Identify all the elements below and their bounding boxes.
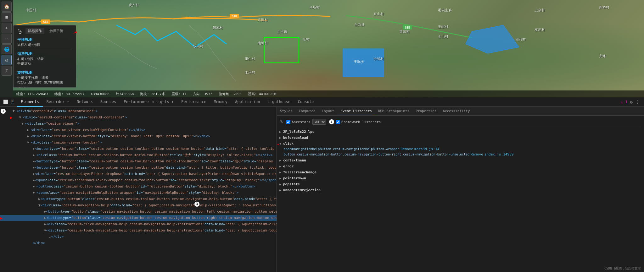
event-group-header[interactable]: ▶ beforeunload: [279, 135, 641, 140]
help-btn[interactable]: ?: [2, 66, 12, 76]
click-arrow: →: [277, 141, 279, 146]
divider1: [17, 49, 72, 49]
layers-btn[interactable]: ⊞: [2, 12, 12, 22]
map-label: 阔地村: [213, 25, 223, 30]
zoom-out-btn[interactable]: −: [2, 34, 12, 44]
refresh-btn[interactable]: ↻: [279, 119, 284, 125]
dom-line[interactable]: ▼ <div class="cesium-viewer-toolbar" >: [0, 139, 277, 146]
event-source-2: button.cesium-navigation-button.cesium-n…: [284, 152, 641, 157]
tab-styles[interactable]: Styles: [277, 107, 296, 116]
dom-line[interactable]: ▶ <button type="button" class="cesium-na…: [0, 209, 277, 215]
event-group-click: → ▼ click span#navigationHelpButton.cesi…: [279, 141, 641, 157]
event-group-header[interactable]: ▶ pointerdown: [279, 176, 641, 181]
touch-tab[interactable]: 触摸手势: [47, 28, 66, 34]
tab-event-listeners[interactable]: Event Listeners: [337, 107, 375, 116]
event-group-header[interactable]: ▶ popstate: [279, 182, 641, 187]
dom-line[interactable]: ▼ <span class="cesium-navigationHelpButt…: [0, 190, 277, 196]
dom-line[interactable]: ▶ <div class="cesium-viewer-bottom" styl…: [0, 133, 277, 139]
dom-line[interactable]: </div>: [0, 240, 277, 246]
dom-line[interactable]: ▼ <div class="cesium-touch-navigation-he…: [0, 227, 277, 234]
dom-line[interactable]: ▶ <button type="button" class="cesium-bu…: [0, 165, 277, 171]
tab-lighthouse[interactable]: Lighthouse: [264, 97, 294, 107]
tab-performance[interactable]: Performance: [177, 97, 210, 107]
ancestors-checkbox[interactable]: Ancestors: [286, 120, 311, 124]
dom-line[interactable]: ▶ <div class="cesium-viewer-cesiumWidget…: [0, 127, 277, 133]
tooltip-panel: 🖱 鼠标操作 触摸手势 平移视图 鼠标左键+拖拽 缩放视图 右键+拖拽，或者 中…: [13, 25, 76, 88]
tab-recorder[interactable]: Recorder ↑: [43, 97, 73, 107]
event-group-header[interactable]: ▶ error: [279, 164, 641, 169]
tab-console[interactable]: Console: [294, 97, 318, 107]
settings-icon[interactable]: ⚙: [630, 100, 633, 105]
zoom-desc: 右键+拖拽，或者: [17, 57, 72, 61]
tab-sources[interactable]: Sources: [97, 97, 120, 107]
dom-line[interactable]: ▶ <div class="cesium-baseLayerPicker-dro…: [0, 171, 277, 177]
dom-line[interactable]: ▶ <span class="cesium-sceneModePicker-wr…: [0, 177, 277, 183]
map-background: [0, 0, 644, 97]
file-link-1[interactable]: mars3d.js:14: [414, 147, 439, 151]
warning-icon[interactable]: ⚠ 1: [621, 100, 628, 104]
map-label: 庄村: [303, 37, 310, 42]
dom-line[interactable]: ▼ <div id="centerDiv" class="mapcontaine…: [0, 108, 277, 114]
map-label: 永乐村: [245, 70, 255, 75]
event-group-header[interactable]: → ▼ click: [279, 141, 641, 146]
remove-link-2[interactable]: Remove: [471, 152, 483, 156]
mouse-tab[interactable]: 鼠标操作: [25, 28, 44, 34]
tab-properties[interactable]: Properties: [412, 107, 440, 116]
globe-btn[interactable]: 🌐: [2, 44, 12, 54]
view-height: 视高: 44160.0米: [248, 92, 277, 96]
main-container: S18 S18 G35 王眠乡 🏠 ⊞ +: [0, 0, 644, 272]
annotation-4: 4: [329, 119, 334, 124]
map-label: 王眠村: [438, 24, 448, 29]
tab-layout[interactable]: Layout: [319, 107, 338, 116]
dom-line[interactable]: ▶ <div class="cesium-click-navigation-he…: [0, 221, 277, 227]
dom-line[interactable]: … </div>: [0, 234, 277, 240]
map-label: 东圆村: [258, 18, 268, 22]
dom-line[interactable]: ▶ <button type="button" class="cesium-bu…: [0, 158, 277, 165]
dom-line-selected[interactable]: ▶ ▶ <button type="button" class="cesium-…: [0, 215, 277, 221]
tab-network[interactable]: Network: [73, 97, 97, 107]
tab-computed[interactable]: Computed: [296, 107, 319, 116]
dom-line[interactable]: ▶ <button type="button" class="cesium-bu…: [0, 196, 277, 202]
dom-panel[interactable]: 1 ▼ <div id="centerDiv" class="mapcontai…: [0, 107, 277, 272]
map-label: 马场村: [309, 5, 320, 10]
inspect-icon[interactable]: ⬜: [3, 100, 8, 104]
tab-dom-breakpoints[interactable]: DOM Breakpoints: [375, 107, 412, 116]
map-area[interactable]: S18 S18 G35 王眠乡 🏠 ⊞ +: [0, 0, 644, 97]
map-label: 双庙村: [535, 27, 545, 32]
remove-link-1[interactable]: Remove: [400, 147, 413, 151]
direction: 方向: 357°: [193, 92, 212, 96]
tab-memory[interactable]: Memory: [210, 97, 231, 107]
device-icon[interactable]: 📱: [10, 100, 15, 104]
tab-accessibility[interactable]: Accessibility: [440, 107, 473, 116]
more-icon[interactable]: ⋮: [635, 99, 640, 105]
dom-line[interactable]: ▼ <div class="cesium-viewer" >: [0, 121, 277, 127]
home-btn[interactable]: 🏠: [2, 2, 12, 12]
dom-line[interactable]: ▶ <div class="cesium-button cesium-toolb…: [0, 152, 277, 158]
tab-application[interactable]: Application: [231, 97, 264, 107]
level: 层级: 11: [171, 92, 187, 96]
filter-select[interactable]: All: [312, 119, 326, 125]
dom-line[interactable]: ▶ <button type="button" class="cesium-bu…: [0, 146, 277, 152]
event-group-header[interactable]: ▶ contextmenu: [279, 158, 641, 163]
rotate-desc2: 按Ctrl键 同时 左/右键拖拽: [17, 80, 72, 85]
event-group-header[interactable]: ▶ fullscreenchange: [279, 170, 641, 175]
event-group-popstate: ▶ popstate: [279, 182, 641, 187]
tab-elements[interactable]: Elements: [17, 97, 43, 107]
event-group-header[interactable]: ▶ unhandledrejection: [279, 188, 641, 193]
map-label: 五河镇: [277, 29, 287, 34]
event-group-header[interactable]: ▶ 2P_lo5u5c22.lpu: [279, 129, 641, 134]
dom-line[interactable]: ▶ ▼ <div id="mars3d-container" class="ma…: [0, 114, 277, 121]
file-link-2[interactable]: index.js:14959: [484, 152, 514, 156]
latitude: 纬度: 30.775997: [54, 92, 84, 96]
map-label: 东山村: [373, 12, 384, 16]
zoom-in-btn[interactable]: +: [2, 23, 12, 33]
active-tool-btn[interactable]: ◎: [2, 55, 12, 65]
tab-perf-insights[interactable]: Performance insights ↑: [120, 97, 177, 107]
dom-line[interactable]: ▶ <button class="cesium-button cesium-to…: [0, 183, 277, 190]
dom-line[interactable]: 3 ▼ <div class="cesium-navigation-help" …: [0, 202, 277, 209]
map-label: 毛尖山乡: [438, 8, 452, 13]
event-group-fullscreenchange: ▶ fullscreenchange: [279, 170, 641, 175]
coord2: 纬3406368: [116, 92, 134, 96]
framework-checkbox[interactable]: Framework listeners: [336, 120, 381, 124]
event-toolbar: ↻ Ancestors All 4 Framework listener: [279, 117, 641, 127]
